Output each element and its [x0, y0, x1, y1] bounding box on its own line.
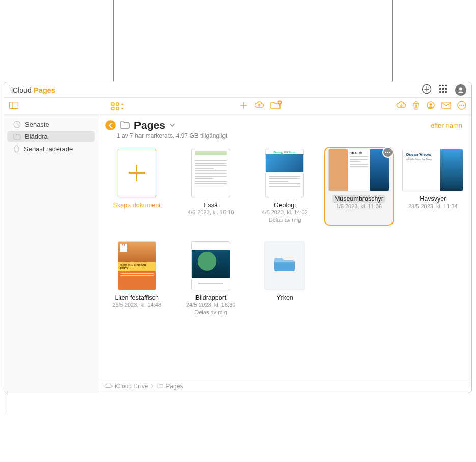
document-name: Havsvyer	[419, 195, 446, 203]
thumb-mid-text: SURF, SUN & BEACH PARTY	[118, 262, 156, 271]
document-tile-geology[interactable]: Geology 101 Report Geologi 4/6 2023, kl.…	[250, 147, 319, 226]
crumb-label: Pages	[165, 383, 183, 390]
brand-pages-label: Pages	[34, 85, 55, 94]
document-tile-brochure[interactable]: Add a Title Museumbroschyr 1/6 2023, kl.…	[324, 147, 393, 226]
svg-rect-1	[439, 85, 441, 86]
svg-point-10	[459, 87, 462, 90]
plus-icon	[129, 165, 145, 181]
document-meta: 28/5 2023, kl. 11:34	[408, 203, 458, 210]
thumb-date: 31	[120, 244, 127, 252]
document-shared-meta: Delas av mig	[194, 309, 227, 316]
document-meta: 4/6 2023, kl. 14:02	[262, 209, 308, 216]
document-thumb	[191, 149, 230, 197]
breadcrumb: iCloud Drive Pages	[98, 379, 471, 393]
sidebar-item-recently-deleted[interactable]: Senast raderade	[7, 143, 95, 155]
svg-point-23	[461, 105, 462, 106]
document-meta: 24/5 2023, kl. 16:30	[186, 301, 236, 309]
svg-rect-6	[445, 88, 447, 90]
delete-icon[interactable]	[412, 101, 420, 111]
crumb-leaf[interactable]: Pages	[157, 383, 183, 390]
svg-point-26	[385, 152, 386, 153]
folder-thumb	[264, 241, 305, 290]
upload-icon[interactable]	[254, 101, 264, 111]
svg-rect-7	[439, 91, 441, 93]
svg-point-27	[387, 152, 388, 153]
sort-by-link[interactable]: efter namn	[431, 122, 464, 129]
document-name: Museumbroschyr	[332, 195, 385, 203]
svg-rect-13	[111, 103, 114, 105]
location-title[interactable]: Pages	[134, 119, 165, 131]
document-name: Essä	[204, 201, 218, 209]
folder-name: Yrken	[276, 294, 293, 301]
folder-icon	[13, 133, 21, 140]
back-button[interactable]	[105, 120, 116, 130]
send-copy-icon[interactable]	[441, 102, 451, 110]
folder-large-icon	[273, 256, 296, 275]
svg-rect-5	[442, 88, 444, 90]
selection-status: 1 av 7 har markerats, 4,97 GB tillgängli…	[98, 131, 471, 139]
create-thumb	[118, 149, 156, 197]
share-people-icon[interactable]	[426, 101, 435, 111]
location-folder-icon	[120, 121, 130, 130]
sidebar-item-label: Senaste	[25, 121, 49, 128]
document-tile-party[interactable]: 31 SURF, SUN & BEACH PARTY Liten festaff…	[102, 239, 171, 319]
brand: iCloud Pages	[9, 85, 55, 94]
document-meta: 25/5 2023, kl. 14:48	[112, 301, 161, 309]
main-panel: Pages efter namn 1 av 7 har markerats, 4…	[98, 115, 471, 393]
svg-point-24	[463, 105, 464, 106]
svg-rect-20	[442, 102, 451, 108]
svg-point-19	[430, 103, 432, 106]
create-plus-icon[interactable]	[422, 84, 432, 96]
document-meta: 4/6 2023, kl. 16:10	[188, 209, 234, 216]
sidebar-item-browse[interactable]: Bläddra	[7, 131, 95, 142]
thumb-subtitle: Wildlife From the Deep	[406, 158, 437, 161]
crumb-label: iCloud Drive	[115, 383, 148, 390]
document-name: Geologi	[274, 201, 296, 209]
sidebar: Senaste Bläddra Senast raderade	[4, 115, 98, 393]
document-name: Bildrapport	[195, 294, 226, 301]
trash-icon	[13, 145, 20, 153]
document-thumb: 31 SURF, SUN & BEACH PARTY	[118, 241, 156, 290]
download-icon[interactable]	[396, 101, 406, 111]
svg-rect-14	[116, 103, 119, 105]
svg-rect-11	[10, 102, 18, 109]
svg-rect-4	[439, 88, 441, 90]
svg-rect-2	[442, 85, 444, 86]
toggle-sidebar-icon[interactable]	[9, 102, 18, 110]
document-tile-ocean[interactable]: Ocean Views Wildlife From the Deep Havsv…	[399, 147, 467, 226]
account-avatar[interactable]	[455, 84, 466, 96]
new-folder-icon[interactable]	[270, 101, 281, 111]
thumb-title: Ocean Views	[406, 152, 437, 157]
new-document-icon[interactable]	[240, 101, 248, 111]
svg-rect-9	[445, 91, 447, 93]
app-grid-icon[interactable]	[439, 84, 448, 95]
folder-tile-yrken[interactable]: Yrken	[250, 239, 319, 319]
more-actions-icon[interactable]	[457, 101, 466, 111]
brand-icloud-label: iCloud	[11, 86, 32, 94]
document-thumb	[191, 241, 230, 290]
crumb-root[interactable]: iCloud Drive	[104, 383, 148, 390]
create-document-tile[interactable]: Skapa dokument	[102, 147, 171, 226]
document-tile-report[interactable]: Bildrapport 24/5 2023, kl. 16:30 Delas a…	[176, 239, 245, 319]
toolbar	[4, 98, 471, 115]
svg-point-28	[389, 152, 390, 153]
document-thumb: Geology 101 Report	[265, 149, 304, 197]
cloud-icon	[104, 383, 113, 390]
svg-rect-15	[111, 107, 114, 110]
item-more-button[interactable]	[382, 147, 394, 158]
view-options-icon[interactable]	[111, 102, 124, 110]
document-tile-essay[interactable]: Essä 4/6 2023, kl. 16:10	[176, 147, 245, 226]
app-window: iCloud Pages	[4, 82, 472, 393]
document-grid: Skapa dokument Essä 4/6 2023, kl. 16:10 …	[98, 139, 471, 325]
chevron-right-icon	[151, 383, 154, 390]
svg-rect-8	[442, 91, 444, 93]
document-thumb: Add a Title	[328, 149, 389, 191]
app-header: iCloud Pages	[4, 82, 471, 98]
location-chevron-icon[interactable]	[170, 122, 175, 128]
svg-rect-16	[116, 107, 119, 110]
sidebar-item-recents[interactable]: Senaste	[7, 119, 95, 130]
location-row: Pages efter namn	[98, 115, 471, 131]
create-label: Skapa dokument	[113, 201, 161, 209]
svg-point-22	[459, 105, 460, 106]
document-meta: 1/6 2023, kl. 11:36	[336, 203, 382, 210]
